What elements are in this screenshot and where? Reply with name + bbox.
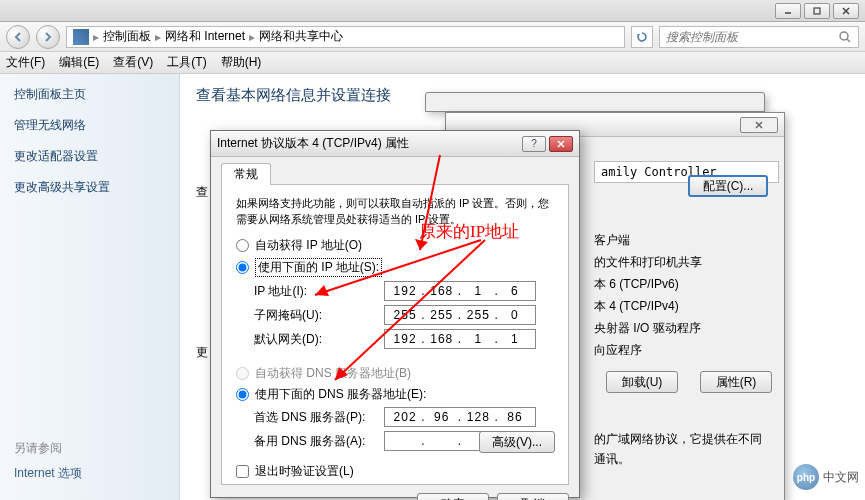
chevron-right-icon: ▸ [155, 30, 161, 44]
php-logo-icon: php [793, 464, 819, 490]
subnet-mask-input[interactable]: 255.255.255.0 [384, 305, 536, 325]
radio-label: 使用下面的 DNS 服务器地址(E): [255, 386, 426, 403]
minimize-button[interactable] [775, 3, 801, 19]
cancel-button[interactable]: 取消 [497, 493, 569, 500]
chevron-right-icon: ▸ [249, 30, 255, 44]
component-list[interactable]: 客户端 的文件和打印机共享 本 6 (TCP/IPv6) 本 4 (TCP/IP… [594, 229, 779, 361]
sidebar-title[interactable]: 控制面板主页 [14, 86, 165, 103]
dialog-title: Internet 协议版本 4 (TCP/IPv4) 属性 [217, 135, 409, 152]
list-item[interactable]: 本 4 (TCP/IPv4) [594, 295, 779, 317]
uninstall-button[interactable]: 卸载(U) [606, 371, 678, 393]
help-icon: ? [531, 138, 537, 149]
sidebar-link-wireless[interactable]: 管理无线网络 [14, 117, 165, 134]
search-icon [838, 30, 852, 44]
description-text: 如果网络支持此功能，则可以获取自动指派的 IP 设置。否则，您需要从网络系统管理… [236, 195, 554, 227]
radio-auto-dns: 自动获得 DNS 服务器地址(B) [236, 365, 554, 382]
section-label: 更 [196, 344, 208, 361]
field-label: IP 地址(I): [254, 283, 384, 300]
breadcrumb[interactable]: ▸ 控制面板 ▸ 网络和 Internet ▸ 网络和共享中心 [66, 26, 625, 48]
dns-primary-input[interactable]: 202.96.128.86 [384, 407, 536, 427]
chevron-right-icon: ▸ [93, 30, 99, 44]
search-input[interactable] [666, 30, 838, 44]
radio-input[interactable] [236, 388, 249, 401]
radio-manual-dns[interactable]: 使用下面的 DNS 服务器地址(E): [236, 386, 554, 403]
svg-line-6 [847, 39, 850, 42]
checkbox-validate[interactable]: 退出时验证设置(L) [236, 463, 554, 480]
list-item[interactable]: 客户端 [594, 229, 779, 251]
field-subnet-mask: 子网掩码(U): 255.255.255.0 [254, 305, 554, 325]
sidebar-see-also: 另请参阅 [14, 440, 82, 457]
tab-strip: 常规 [221, 163, 569, 185]
menu-help[interactable]: 帮助(H) [221, 54, 262, 71]
list-item[interactable]: 的文件和打印机共享 [594, 251, 779, 273]
button-row: 卸载(U) 属性(R) [594, 371, 772, 393]
radio-input[interactable] [236, 239, 249, 252]
help-button[interactable]: ? [522, 136, 546, 152]
configure-button[interactable]: 配置(C)... [688, 175, 768, 197]
ok-button[interactable]: 确定 [417, 493, 489, 500]
field-dns-primary: 首选 DNS 服务器(P): 202.96.128.86 [254, 407, 554, 427]
properties-button[interactable]: 属性(R) [700, 371, 772, 393]
field-ip-address: IP 地址(I): 192.168.1.6 [254, 281, 554, 301]
svg-point-5 [840, 32, 848, 40]
nav-bar: ▸ 控制面板 ▸ 网络和 Internet ▸ 网络和共享中心 [0, 22, 865, 52]
dialog-body: 常规 如果网络支持此功能，则可以获取自动指派的 IP 设置。否则，您需要从网络系… [211, 163, 579, 500]
maximize-button[interactable] [804, 3, 830, 19]
window-controls [775, 3, 859, 19]
breadcrumb-item[interactable]: 网络和 Internet [165, 28, 245, 45]
control-panel-icon [73, 29, 89, 45]
sidebar-link-internet-options[interactable]: Internet 选项 [14, 465, 82, 482]
menu-bar: 文件(F) 编辑(E) 查看(V) 工具(T) 帮助(H) [0, 52, 865, 74]
radio-label: 自动获得 IP 地址(O) [255, 237, 362, 254]
radio-manual-ip[interactable]: 使用下面的 IP 地址(S): [236, 258, 554, 277]
field-label: 备用 DNS 服务器(A): [254, 433, 384, 450]
dialog-header[interactable]: Internet 协议版本 4 (TCP/IPv4) 属性 ? [211, 131, 579, 157]
sidebar: 控制面板主页 管理无线网络 更改适配器设置 更改高级共享设置 另请参阅 Inte… [0, 74, 180, 500]
ipv4-properties-dialog: Internet 协议版本 4 (TCP/IPv4) 属性 ? 常规 如果网络支… [210, 130, 580, 498]
section-label: 查 [196, 184, 208, 201]
list-item[interactable]: 央射器 I/O 驱动程序 [594, 317, 779, 339]
description-text: 的广域网络协议，它提供在不同 通讯。 [594, 429, 772, 469]
ip-address-input[interactable]: 192.168.1.6 [384, 281, 536, 301]
sidebar-link-sharing[interactable]: 更改高级共享设置 [14, 179, 165, 196]
refresh-button[interactable] [631, 26, 653, 48]
ghost-dialog-1 [425, 92, 765, 112]
close-button[interactable] [549, 136, 573, 152]
svg-rect-1 [814, 8, 820, 14]
menu-tools[interactable]: 工具(T) [167, 54, 206, 71]
advanced-button[interactable]: 高级(V)... [479, 431, 555, 453]
list-item[interactable]: 向应程序 [594, 339, 779, 361]
search-box[interactable] [659, 26, 859, 48]
tab-general[interactable]: 常规 [221, 163, 271, 185]
title-bar [0, 0, 865, 22]
watermark-text: 中文网 [823, 469, 859, 486]
menu-view[interactable]: 查看(V) [113, 54, 153, 71]
watermark: php 中文网 [793, 464, 859, 490]
forward-button[interactable] [36, 25, 60, 49]
checkbox-input[interactable] [236, 465, 249, 478]
list-item[interactable]: 本 6 (TCP/IPv6) [594, 273, 779, 295]
field-label: 子网掩码(U): [254, 307, 384, 324]
radio-label: 使用下面的 IP 地址(S): [255, 258, 382, 277]
field-label: 默认网关(D): [254, 331, 384, 348]
breadcrumb-item[interactable]: 网络和共享中心 [259, 28, 343, 45]
sidebar-link-adapter[interactable]: 更改适配器设置 [14, 148, 165, 165]
close-button[interactable] [833, 3, 859, 19]
checkbox-label: 退出时验证设置(L) [255, 463, 354, 480]
close-button[interactable] [740, 117, 778, 133]
radio-input [236, 367, 249, 380]
menu-file[interactable]: 文件(F) [6, 54, 45, 71]
field-gateway: 默认网关(D): 192.168.1.1 [254, 329, 554, 349]
gateway-input[interactable]: 192.168.1.1 [384, 329, 536, 349]
field-label: 首选 DNS 服务器(P): [254, 409, 384, 426]
radio-label: 自动获得 DNS 服务器地址(B) [255, 365, 411, 382]
dialog-controls: ? [522, 136, 573, 152]
menu-edit[interactable]: 编辑(E) [59, 54, 99, 71]
dialog-button-row: 确定 取消 [221, 493, 569, 500]
radio-auto-ip[interactable]: 自动获得 IP 地址(O) [236, 237, 554, 254]
radio-input[interactable] [236, 261, 249, 274]
sidebar-bottom: 另请参阅 Internet 选项 [14, 440, 82, 490]
breadcrumb-item[interactable]: 控制面板 [103, 28, 151, 45]
back-button[interactable] [6, 25, 30, 49]
